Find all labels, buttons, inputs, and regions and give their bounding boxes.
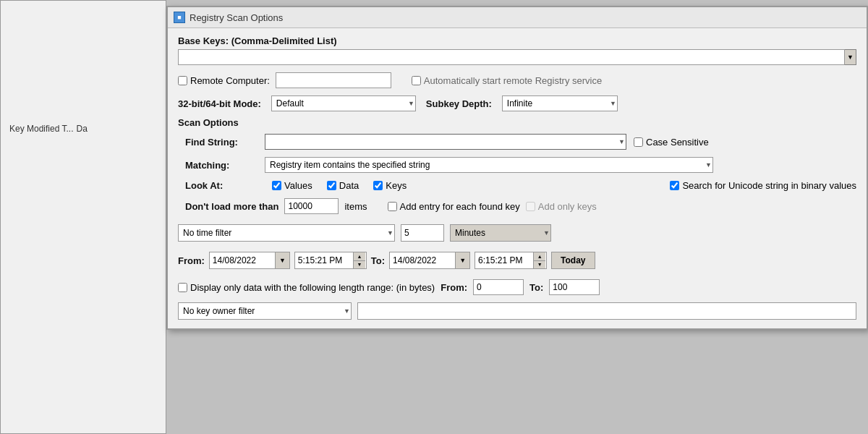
matching-select-wrapper: Registry item contains the specified str… (265, 157, 713, 173)
today-button[interactable]: Today (551, 252, 595, 269)
unicode-checkbox-label[interactable]: Search for Unicode string in binary valu… (670, 180, 856, 191)
keys-label: Keys (386, 180, 407, 191)
display-length-text: Display only data with the following len… (190, 282, 435, 293)
dont-load-input[interactable] (284, 198, 339, 214)
from-time-wrapper: ▲ ▼ (294, 252, 367, 269)
mode-select[interactable]: Default 32-bit 64-bit (271, 95, 416, 111)
depth-select[interactable]: Infinite 1 2 3 4 5 (502, 95, 618, 111)
depth-select-wrapper: Infinite 1 2 3 4 5 ▼ (502, 95, 618, 111)
to-date-input[interactable] (390, 254, 455, 267)
from-length-input[interactable] (473, 279, 524, 295)
to-time-spin: ▲ ▼ (533, 252, 545, 268)
keys-checkbox[interactable] (373, 181, 383, 190)
to-date-btn[interactable]: ▼ (455, 252, 469, 268)
auto-start-label[interactable]: Automatically start remote Registry serv… (412, 75, 602, 86)
mode-label: 32-bit/64-bit Mode: (178, 98, 261, 109)
mode-select-wrapper: Default 32-bit 64-bit ▼ (271, 95, 416, 111)
find-string-select[interactable] (265, 134, 626, 150)
dialog-icon: ■ (174, 12, 185, 23)
minutes-select-wrapper: Minutes Hours Days ▼ (450, 224, 551, 242)
remote-computer-checkbox-label[interactable]: Remote Computer: (178, 75, 270, 86)
background-window: Key Modified T... Da (0, 0, 166, 434)
remote-computer-checkbox[interactable] (178, 76, 187, 85)
items-label-text: items (344, 201, 367, 212)
time-filter-row: No time filter Last N minutes Last N hou… (178, 224, 856, 242)
to-time-down[interactable]: ▼ (534, 261, 545, 269)
auto-start-text: Automatically start remote Registry serv… (424, 75, 602, 86)
from-time-input[interactable] (295, 254, 353, 267)
length-row: Display only data with the following len… (178, 279, 856, 295)
bg-col1: Key Modified T... (9, 124, 74, 134)
key-owner-input[interactable] (357, 302, 856, 320)
base-keys-input-row: ▼ (178, 49, 856, 65)
to-date-wrapper: ▼ (389, 252, 470, 269)
data-checkbox-label[interactable]: Data (327, 180, 359, 191)
depth-label: Subkey Depth: (426, 98, 492, 109)
values-checkbox[interactable] (272, 181, 281, 190)
look-at-row: Look At: Values Data Keys Search for Uni… (178, 180, 856, 191)
time-number-input[interactable] (401, 224, 444, 242)
key-owner-select[interactable]: No key owner filter (178, 302, 352, 320)
base-keys-input[interactable] (178, 49, 845, 65)
remote-computer-input[interactable] (276, 72, 391, 88)
unicode-label: Search for Unicode string in binary valu… (682, 180, 856, 191)
from-time-up[interactable]: ▲ (354, 252, 365, 261)
from-length-label: From: (441, 282, 467, 293)
base-keys-label: Base Keys: (Comma-Delimited List) (178, 35, 856, 46)
find-string-wrapper: ▼ (265, 134, 626, 150)
matching-label: Matching: (185, 160, 258, 171)
scan-options-label: Scan Options (178, 117, 856, 128)
remote-computer-row: Remote Computer: Automatically start rem… (178, 72, 856, 88)
to-length-input[interactable] (549, 279, 600, 295)
case-sensitive-checkbox[interactable] (634, 137, 643, 147)
display-length-label[interactable]: Display only data with the following len… (178, 282, 435, 293)
minutes-select[interactable]: Minutes Hours Days (450, 224, 551, 242)
dont-load-label: Don't load more than (185, 201, 278, 212)
data-checkbox[interactable] (327, 181, 336, 190)
add-only-keys-checkbox[interactable] (526, 202, 535, 211)
add-entry-text: Add entry for each found key (400, 201, 520, 212)
display-length-checkbox[interactable] (178, 283, 187, 292)
add-entry-label[interactable]: Add entry for each found key (388, 201, 520, 212)
mode-depth-row: 32-bit/64-bit Mode: Default 32-bit 64-bi… (178, 95, 856, 111)
remote-computer-label: Remote Computer: (190, 75, 270, 86)
matching-row: Matching: Registry item contains the spe… (178, 157, 856, 173)
items-row: Don't load more than items Add entry for… (178, 198, 856, 214)
case-sensitive-text: Case Sensitive (646, 137, 709, 148)
add-only-keys-label[interactable]: Add only keys (526, 201, 597, 212)
bg-table-row: Key Modified T... Da (7, 122, 160, 135)
to-label: To: (371, 255, 385, 266)
keys-checkbox-label[interactable]: Keys (373, 180, 407, 191)
from-date-wrapper: ▼ (209, 252, 290, 269)
find-string-label: Find String: (185, 137, 258, 148)
from-time-down[interactable]: ▼ (354, 261, 365, 269)
key-owner-row: No key owner filter ▼ (178, 302, 856, 320)
time-filter-select-wrapper: No time filter Last N minutes Last N hou… (178, 224, 395, 242)
add-only-keys-text: Add only keys (538, 201, 597, 212)
find-string-row: Find String: ▼ Case Sensitive (178, 134, 856, 150)
from-date-input[interactable] (210, 254, 275, 267)
dialog-titlebar: ■ Registry Scan Options (168, 7, 867, 28)
look-at-label: Look At: (185, 180, 258, 191)
to-time-up[interactable]: ▲ (534, 252, 545, 261)
unicode-checkbox[interactable] (670, 181, 679, 190)
values-label: Values (284, 180, 312, 191)
matching-select[interactable]: Registry item contains the specified str… (265, 157, 713, 173)
data-label: Data (339, 180, 359, 191)
to-time-wrapper: ▲ ▼ (475, 252, 547, 269)
case-sensitive-label[interactable]: Case Sensitive (634, 137, 709, 148)
to-time-input[interactable] (475, 254, 533, 267)
base-keys-section: Base Keys: (Comma-Delimited List) ▼ (178, 35, 856, 65)
auto-start-checkbox[interactable] (412, 76, 421, 85)
bg-col2: Da (77, 124, 88, 134)
time-filter-select[interactable]: No time filter Last N minutes Last N hou… (178, 224, 395, 242)
base-keys-scroll-btn[interactable]: ▼ (845, 49, 856, 65)
from-label: From: (178, 255, 205, 266)
from-time-spin: ▲ ▼ (353, 252, 365, 268)
dialog-title: Registry Scan Options (190, 12, 283, 23)
registry-scan-dialog: ■ Registry Scan Options Base Keys: (Comm… (166, 6, 868, 330)
values-checkbox-label[interactable]: Values (272, 180, 312, 191)
to-length-label: To: (529, 282, 543, 293)
from-date-btn[interactable]: ▼ (275, 252, 289, 268)
add-entry-checkbox[interactable] (388, 202, 397, 211)
